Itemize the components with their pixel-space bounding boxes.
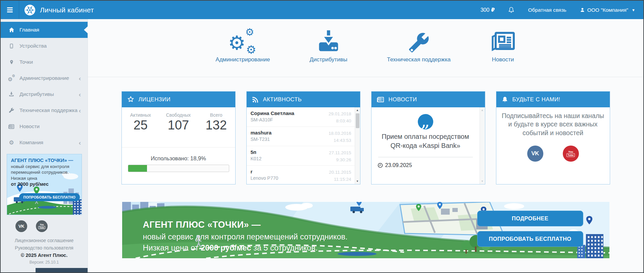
home-icon — [7, 27, 15, 33]
promo-line: новый сервис для контроля — [11, 164, 82, 170]
newspaper-icon — [7, 124, 15, 129]
promo-title: АГЕНТ ПЛЮС «ТОЧКИ» — — [11, 157, 82, 164]
card-title: АКТИВНОСТЬ — [263, 96, 302, 103]
scroll-up-arrow[interactable]: ▲ — [480, 109, 485, 112]
scroll-thumb[interactable] — [356, 113, 359, 128]
map-marker-icon — [7, 59, 15, 65]
sidebar-item-company[interactable]: ⚙ Компания ‹ — [1, 134, 88, 151]
notifications-bell-icon[interactable] — [508, 6, 514, 13]
activity-card: АКТИВНОСТЬ Сорина СветланаSM-A310F 29.01… — [246, 91, 360, 184]
wrench-icon — [408, 27, 430, 53]
social-card: БУДЬТЕ С НАМИ! Подписывайтесь на наши ка… — [496, 91, 610, 184]
user-menu[interactable]: ООО "Компания" ▼ — [580, 7, 635, 13]
usage-progressbar — [128, 165, 229, 172]
download-icon — [316, 27, 341, 53]
clock-icon — [378, 163, 383, 168]
mobile-icon — [7, 43, 15, 49]
activity-row[interactable]: rLenovo P770 20.11.201511:15:24 — [247, 166, 355, 184]
sidebar-nav: Главная Устройства Точки ⚙⚙ Администриро… — [1, 19, 88, 151]
license-stats: Активных 25 Свободных 107 Всего 132 — [122, 107, 235, 132]
balance-button[interactable]: 300₽ — [481, 7, 495, 13]
shortcut-administration[interactable]: ⚙⚙⚙ Администрирование — [215, 27, 270, 63]
sidebar-item-distributives[interactable]: Дистрибутивы ‹ — [1, 86, 88, 102]
total-count: 132 — [197, 118, 235, 132]
sidebar-item-label: Компания — [19, 140, 43, 146]
banner-title: АГЕНТ ПЛЮС «ТОЧКИ» — — [143, 219, 348, 231]
card-header: ЛИЦЕНЗИИ — [122, 92, 235, 107]
card-header: БУДЬТЕ С НАМИ! — [496, 92, 610, 107]
scroll-down-arrow[interactable]: ▼ — [355, 180, 360, 183]
shortcuts-row: ⚙⚙⚙ Администрирование Дистрибутивы — [88, 19, 643, 77]
feedback-link[interactable]: Обратная связь — [528, 7, 566, 13]
bottom-promo-banner[interactable]: АГЕНТ ПЛЮС «ТОЧКИ» — новый сервис для ко… — [122, 202, 609, 258]
quote-icon: „ — [418, 114, 433, 129]
license-agreement-link[interactable]: Лицензионное соглашение — [1, 237, 88, 244]
social-body: Подписывайтесь на наши каналы и будьте в… — [496, 107, 610, 184]
gears-icon: ⚙⚙⚙ — [228, 27, 257, 53]
sidebar-item-administration[interactable]: ⚙⚙ Администрирование ‹ — [1, 70, 88, 86]
app-logo-icon — [24, 4, 36, 16]
sidebar: Главная Устройства Точки ⚙⚙ Администриро… — [1, 19, 88, 272]
free-count: 107 — [159, 118, 197, 132]
youtube-icon[interactable]: YouTube — [563, 146, 579, 162]
scroll-up-arrow[interactable]: ▲ — [355, 109, 360, 112]
activity-row[interactable]: mashuraSM-T231 18.03.201614:43:53 — [247, 127, 355, 146]
vk-icon[interactable]: VK — [527, 146, 543, 162]
sidebar-item-label: Точки — [19, 59, 33, 65]
sidebar-item-news[interactable]: Новости — [1, 118, 88, 134]
try-free-button[interactable]: ПОПРОБОВАТЬ БЕСПЛАТНО — [477, 231, 583, 247]
divider — [122, 147, 235, 148]
download-icon — [7, 92, 15, 97]
card-title: НОВОСТИ — [389, 96, 417, 103]
top-bar: Личный кабинет 300₽ Обратная связь ООО "… — [1, 1, 643, 19]
gear-icon: ⚙ — [7, 140, 15, 146]
licenses-card: ЛИЦЕНЗИИ Активных 25 Свободных 107 Всего… — [121, 91, 236, 184]
scrollbar[interactable]: ▲ ▼ — [355, 107, 360, 184]
wrench-icon — [7, 108, 15, 113]
bell-icon — [502, 96, 508, 103]
usage-progress-fill — [128, 165, 147, 172]
company-name: ООО "Компания" — [587, 7, 628, 13]
card-header: АКТИВНОСТЬ — [247, 92, 360, 107]
subscribe-text: Подписывайтесь на наши каналы и будьте в… — [496, 107, 610, 137]
activity-list: Сорина СветланаSM-A310F 29.01.20188:03:4… — [247, 107, 355, 184]
sidebar-item-home[interactable]: Главная — [1, 22, 88, 38]
caret-down-icon: ▼ — [632, 8, 635, 12]
sidebar-item-points[interactable]: Точки — [1, 54, 88, 70]
promo-price: от 2000 руб/мес — [11, 181, 82, 187]
sidebar-item-devices[interactable]: Устройства — [1, 38, 88, 54]
scroll-down-arrow[interactable]: ▼ — [480, 180, 485, 183]
chevron-left-icon: ‹ — [79, 75, 81, 81]
newspaper-icon — [490, 27, 516, 53]
user-manual-link[interactable]: Руководство пользователя — [1, 244, 88, 252]
page-title: Личный кабинет — [40, 6, 94, 14]
menu-toggle-button[interactable] — [1, 1, 19, 19]
details-button[interactable]: ПОДРОБНЕЕ — [477, 211, 583, 226]
promo-line: Низкая цена — [11, 175, 82, 181]
banner-line: Низкая цена от 2000 руб/мес за 5 сотрудн… — [143, 242, 348, 254]
news-card: НОВОСТИ „ Прием оплаты посредством QR-ко… — [371, 91, 485, 184]
scrollbar[interactable]: ▲ ▼ — [480, 107, 485, 184]
activity-row[interactable]: 5пK012 27.11.20159:30:26 — [247, 146, 355, 166]
shortcut-news[interactable]: Новости — [490, 27, 516, 63]
main-content: ⚙⚙⚙ Администрирование Дистрибутивы — [88, 19, 643, 272]
used-label: Использовано: 18,9% — [122, 155, 235, 162]
news-body: „ Прием оплаты посредством QR-кода «Kasp… — [371, 107, 480, 184]
promo-try-button[interactable]: ПОПРОБОВАТЬ БЕСПЛАТНО — [19, 193, 80, 201]
news-date: 23.09.2025 — [378, 162, 480, 168]
sidebar-item-support[interactable]: Техническая поддержка ‹ — [1, 102, 88, 118]
divider — [378, 157, 473, 157]
active-count: 25 — [122, 118, 160, 132]
youtube-icon[interactable]: YouTube — [36, 220, 48, 232]
news-headline[interactable]: Прием оплаты посредством QR-кода «Kaspi … — [371, 132, 480, 150]
sidebar-item-label: Техническая поддержка — [19, 107, 78, 113]
sidebar-item-label: Новости — [19, 123, 40, 129]
activity-row[interactable]: Сорина СветланаSM-A310F 29.01.20188:03:4… — [247, 107, 355, 127]
newspaper-icon — [377, 97, 384, 103]
vk-icon[interactable]: VK — [15, 220, 27, 232]
sidebar-promo-banner[interactable]: АГЕНТ ПЛЮС «ТОЧКИ» — новый сервис для ко… — [7, 154, 82, 215]
card-header: НОВОСТИ — [371, 92, 485, 107]
shortcut-distributives[interactable]: Дистрибутивы — [309, 27, 347, 63]
shortcut-support[interactable]: Техническая поддержка — [387, 27, 451, 63]
ruble-icon: ₽ — [491, 7, 495, 13]
